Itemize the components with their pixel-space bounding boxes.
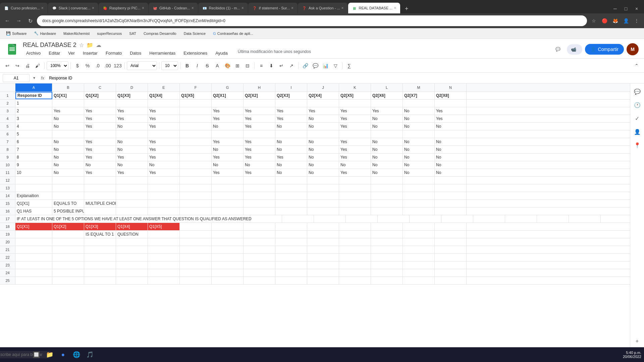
row-number-7[interactable]: 7 xyxy=(0,138,15,145)
redo-button[interactable]: ↪ xyxy=(13,61,22,70)
cell-b17[interactable] xyxy=(250,215,282,223)
cell-m12[interactable] xyxy=(403,177,435,184)
cell-a19[interactable] xyxy=(15,231,52,238)
cell-k1[interactable]: Q2[X5] xyxy=(339,92,371,99)
share-button[interactable]: 👤 Compartir xyxy=(585,44,624,55)
cell-d11[interactable]: Yes xyxy=(116,169,148,176)
cell-e17[interactable] xyxy=(346,215,378,223)
cell-h8[interactable]: Yes xyxy=(244,146,275,153)
cell-m11[interactable]: No xyxy=(403,169,435,176)
cell-d14[interactable] xyxy=(116,192,148,199)
cell-g14[interactable] xyxy=(212,192,244,199)
col-header-m[interactable]: M xyxy=(403,83,435,92)
col-header-f[interactable]: F xyxy=(180,83,212,92)
wrap-button[interactable]: ↵ xyxy=(277,61,286,70)
cell-m14[interactable] xyxy=(403,192,435,199)
tab-3[interactable]: 🍓 Raspberry pi PIC... × xyxy=(99,3,148,13)
sidebar-history-icon[interactable]: 🕐 xyxy=(632,100,643,110)
row-number-10[interactable]: 10 xyxy=(0,161,15,169)
cell-k2[interactable] xyxy=(339,100,371,107)
cell-g8[interactable]: No xyxy=(212,146,244,153)
cell-m13[interactable] xyxy=(403,184,435,192)
col-header-h[interactable]: H xyxy=(244,83,275,92)
cell-j2[interactable] xyxy=(307,100,339,107)
cell-k15[interactable] xyxy=(339,200,371,207)
row-number-12[interactable]: 12 xyxy=(0,177,15,184)
tab-close-3[interactable]: × xyxy=(142,6,144,10)
cell-i15[interactable] xyxy=(275,200,307,207)
bookmark-makeralchemist[interactable]: MakerAlchemist xyxy=(60,31,93,37)
cell-i12[interactable] xyxy=(275,177,307,184)
folder-icon[interactable]: 📁 xyxy=(87,42,93,48)
cell-f4[interactable] xyxy=(180,115,212,122)
cell-b9[interactable]: No xyxy=(52,154,84,161)
cell-k8[interactable]: Yes xyxy=(339,146,371,153)
menu-datos[interactable]: Datos xyxy=(126,49,145,57)
menu-ver[interactable]: Ver xyxy=(65,49,78,57)
cell-c6[interactable] xyxy=(84,130,116,138)
cell-l7[interactable]: No xyxy=(371,138,403,145)
cell-e16[interactable] xyxy=(148,207,180,215)
cell-j14[interactable] xyxy=(307,192,339,199)
cell-g1[interactable]: Q2[X1] xyxy=(212,92,244,99)
cell-l17[interactable] xyxy=(569,215,601,223)
strikethrough-button[interactable]: S xyxy=(203,61,212,70)
cell-j3[interactable]: Yes xyxy=(307,107,339,115)
cell-c13[interactable] xyxy=(84,184,116,192)
forward-button[interactable]: → xyxy=(14,16,23,25)
comment-button[interactable]: 💬 xyxy=(552,43,564,55)
row-number-18[interactable]: 18 xyxy=(0,223,15,230)
row-number-6[interactable]: 6 xyxy=(0,130,15,138)
cell-d15[interactable] xyxy=(116,200,148,207)
cell-l4[interactable]: No xyxy=(371,115,403,122)
cell-b4[interactable]: No xyxy=(52,115,84,122)
profile-icon[interactable]: 👤 xyxy=(621,16,631,25)
row-number-23[interactable]: 23 xyxy=(0,261,15,269)
row-number-11[interactable]: 11 xyxy=(0,169,15,176)
cell-j13[interactable] xyxy=(307,184,339,192)
col-header-g[interactable]: G xyxy=(212,83,244,92)
cell-f2[interactable] xyxy=(180,100,212,107)
cell-b6[interactable] xyxy=(52,130,84,138)
row-number-8[interactable]: 8 xyxy=(0,146,15,153)
italic-button[interactable]: I xyxy=(193,61,202,70)
cell-b1[interactable]: Q1[X1] xyxy=(52,92,84,99)
cell-g6[interactable] xyxy=(212,130,244,138)
paint-format-button[interactable]: 🖌 xyxy=(33,61,42,70)
sidebar-maps-icon[interactable]: 📍 xyxy=(632,140,643,150)
cell-k17[interactable] xyxy=(537,215,569,223)
menu-editar[interactable]: Editar xyxy=(45,49,63,57)
cell-e12[interactable] xyxy=(148,177,180,184)
cell-e19[interactable] xyxy=(148,231,180,238)
cell-c18[interactable]: Q1[X3] xyxy=(84,223,116,230)
cell-m16[interactable] xyxy=(403,207,435,215)
row-number-2[interactable]: 2 xyxy=(0,100,15,107)
cell-d17[interactable] xyxy=(314,215,346,223)
cell-a7[interactable]: 6 xyxy=(15,138,52,145)
cell-f17[interactable] xyxy=(378,215,410,223)
cell-m9[interactable]: No xyxy=(403,154,435,161)
format-number-button[interactable]: 123 xyxy=(113,61,122,70)
cell-h9[interactable]: Yes xyxy=(244,154,275,161)
cell-d6[interactable] xyxy=(116,130,148,138)
cell-i7[interactable]: No xyxy=(275,138,307,145)
cell-e15[interactable] xyxy=(148,200,180,207)
cell-c14[interactable] xyxy=(84,192,116,199)
cell-e10[interactable]: No xyxy=(148,161,180,169)
cell-f8[interactable] xyxy=(180,146,212,153)
cell-a11[interactable]: 10 xyxy=(15,169,52,176)
cell-b3[interactable]: Yes xyxy=(52,107,84,115)
cell-e14[interactable] xyxy=(148,192,180,199)
cell-i16[interactable] xyxy=(275,207,307,215)
cell-d10[interactable]: No xyxy=(116,161,148,169)
cell-n5[interactable]: No xyxy=(435,123,467,130)
cell-h18[interactable] xyxy=(244,223,275,230)
cell-h4[interactable]: Yes xyxy=(244,115,275,122)
function-button[interactable]: ∑ xyxy=(344,61,354,70)
row-number-21[interactable]: 21 xyxy=(0,246,15,253)
cell-m5[interactable]: No xyxy=(403,123,435,130)
corner-cell[interactable] xyxy=(0,83,15,92)
menu-insertar[interactable]: Insertar xyxy=(79,49,101,57)
cell-i6[interactable] xyxy=(275,130,307,138)
undo-button[interactable]: ↩ xyxy=(3,61,12,70)
